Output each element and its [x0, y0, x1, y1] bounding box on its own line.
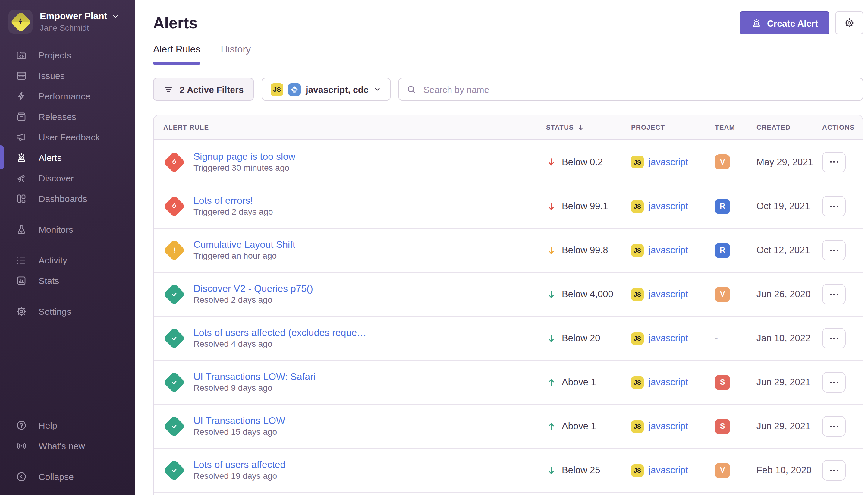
- sidebar-item-whats-new[interactable]: What's new: [0, 435, 135, 456]
- alert-name-link[interactable]: Lots of users affected: [193, 459, 285, 470]
- row-actions-button[interactable]: [822, 416, 846, 437]
- column-header-team[interactable]: Team: [715, 124, 757, 131]
- status-cell: Below 20: [546, 333, 631, 344]
- project-link[interactable]: javascript: [648, 289, 688, 300]
- project-link[interactable]: javascript: [648, 421, 688, 432]
- created-cell: Oct 19, 2021: [757, 201, 822, 211]
- lightning-icon: [16, 90, 27, 102]
- alert-status-icon: [163, 459, 185, 481]
- python-project-icon: [288, 83, 301, 96]
- active-filters-button[interactable]: 2 Active Filters: [153, 78, 254, 101]
- row-actions-button[interactable]: [822, 196, 846, 217]
- search-container: [399, 78, 863, 101]
- project-selector[interactable]: JS javascript, cdc: [262, 78, 390, 101]
- telescope-icon: [16, 172, 27, 184]
- sidebar-item-releases[interactable]: Releases: [0, 106, 135, 126]
- column-header-actions[interactable]: Actions: [822, 124, 863, 131]
- javascript-project-icon: JS: [631, 288, 644, 301]
- alert-name-link[interactable]: Cumulative Layout Shift: [193, 239, 295, 250]
- sidebar-item-settings[interactable]: Settings: [0, 301, 135, 321]
- sidebar-item-stats[interactable]: Stats: [0, 270, 135, 291]
- team-badge: V: [715, 287, 730, 302]
- sidebar-item-label: Releases: [39, 111, 76, 121]
- alert-name-link[interactable]: Lots of users affected (excludes reque…: [193, 327, 366, 338]
- table-body: Signup page is too slow Triggered 30 min…: [154, 140, 863, 495]
- row-actions-button[interactable]: [822, 240, 846, 260]
- project-link[interactable]: javascript: [648, 201, 688, 211]
- alert-rule-cell: Cumulative Layout Shift Triggered an hou…: [154, 239, 546, 261]
- sidebar-item-alerts[interactable]: Alerts: [0, 147, 135, 168]
- megaphone-icon: [16, 131, 27, 142]
- sidebar-item-monitors[interactable]: Monitors: [0, 219, 135, 239]
- sidebar-item-projects[interactable]: Projects: [0, 45, 135, 65]
- alert-rule-cell: Lots of users affected Resolved 19 days …: [154, 459, 546, 481]
- column-header-alert-rule[interactable]: Alert Rule: [154, 124, 546, 131]
- alert-subtext: Resolved 9 days ago: [193, 383, 273, 393]
- project-link[interactable]: javascript: [648, 333, 688, 344]
- alert-status-icon: [163, 371, 185, 393]
- gear-icon: [844, 17, 855, 28]
- row-actions-button[interactable]: [822, 284, 846, 305]
- actions-cell: [822, 372, 863, 393]
- sidebar-item-collapse[interactable]: Collapse: [0, 466, 135, 487]
- status-cell: Below 25: [546, 465, 631, 476]
- org-switcher[interactable]: Empower Plant Jane Schmidt: [0, 0, 135, 34]
- alert-name-link[interactable]: Signup page is too slow: [193, 151, 295, 162]
- row-actions-button[interactable]: [822, 460, 846, 480]
- sidebar-item-help[interactable]: Help: [0, 415, 135, 435]
- create-alert-button[interactable]: Create Alert: [739, 12, 829, 34]
- sidebar-item-discover[interactable]: Discover: [0, 168, 135, 188]
- sidebar-item-label: Collapse: [39, 471, 74, 481]
- row-actions-button[interactable]: [822, 328, 846, 348]
- created-cell: Oct 12, 2021: [757, 245, 822, 256]
- sidebar-item-label: Issues: [39, 70, 65, 81]
- team-cell: V: [715, 154, 757, 169]
- alert-name-link[interactable]: Discover V2 - Queries p75(): [193, 284, 313, 294]
- project-link[interactable]: javascript: [648, 156, 688, 167]
- checkmark-icon: [169, 465, 179, 475]
- sidebar-item-label: Dashboards: [39, 193, 87, 204]
- alert-name-link[interactable]: UI Transactions LOW: Safari: [193, 371, 315, 382]
- alert-status-icon: [163, 327, 185, 349]
- row-actions-button[interactable]: [822, 372, 846, 393]
- javascript-project-icon: JS: [631, 376, 644, 389]
- project-link[interactable]: javascript: [648, 465, 688, 476]
- search-input[interactable]: [399, 78, 863, 101]
- created-cell: Feb 10, 2020: [757, 465, 822, 476]
- filter-icon: [163, 84, 174, 95]
- partial-row: [154, 492, 863, 495]
- project-link[interactable]: javascript: [648, 377, 688, 388]
- column-header-status[interactable]: Status: [546, 123, 631, 132]
- project-cell: JS javascript: [631, 288, 715, 301]
- row-actions-button[interactable]: [822, 152, 846, 172]
- javascript-project-icon: JS: [631, 156, 644, 168]
- alert-rule-row: UI Transactions LOW Resolved 15 days ago…: [154, 404, 863, 448]
- lightning-bolt-icon: [15, 17, 25, 27]
- column-header-project[interactable]: Project: [631, 124, 715, 131]
- sidebar-item-performance[interactable]: Performance: [0, 86, 135, 106]
- alert-name-link[interactable]: Lots of errors!: [193, 195, 273, 206]
- alert-rule-cell: Lots of users affected (excludes reque… …: [154, 327, 546, 349]
- sidebar-item-activity[interactable]: Activity: [0, 250, 135, 270]
- alert-name-link[interactable]: UI Transactions LOW: [193, 415, 285, 426]
- tab-history[interactable]: History: [221, 44, 251, 63]
- siren-icon: [751, 17, 762, 28]
- project-link[interactable]: javascript: [648, 245, 688, 256]
- column-header-created[interactable]: Created: [757, 124, 822, 131]
- flask-icon: [16, 223, 27, 235]
- sidebar-item-issues[interactable]: Issues: [0, 65, 135, 86]
- alerts-settings-button[interactable]: [835, 12, 863, 34]
- sidebar-nav: ProjectsIssuesPerformanceReleasesUser Fe…: [0, 45, 135, 321]
- team-badge: R: [715, 199, 730, 214]
- alert-rule-row: Lots of users affected (excludes reque… …: [154, 316, 863, 360]
- sidebar-item-dashboards[interactable]: Dashboards: [0, 188, 135, 209]
- user-name: Jane Schmidt: [40, 23, 119, 33]
- chevron-down-icon: [374, 85, 382, 93]
- tab-alert-rules[interactable]: Alert Rules: [153, 44, 201, 63]
- team-badge: S: [715, 419, 730, 434]
- sidebar-item-user-feedback[interactable]: User Feedback: [0, 126, 135, 147]
- javascript-project-icon: JS: [631, 420, 644, 432]
- created-cell: Jun 29, 2021: [757, 377, 822, 388]
- alert-rule-cell: Signup page is too slow Triggered 30 min…: [154, 151, 546, 173]
- chevron-down-icon: [111, 12, 119, 20]
